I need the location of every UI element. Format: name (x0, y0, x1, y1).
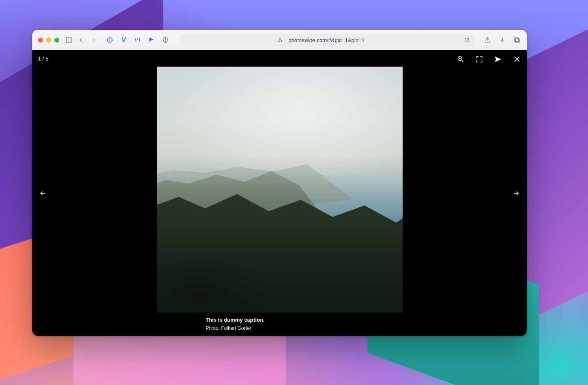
photo-viewer: 1 / 5 (32, 50, 527, 336)
tabs-overview-icon[interactable] (513, 36, 521, 44)
window-zoom-button[interactable] (54, 38, 59, 43)
svg-point-4 (137, 39, 138, 40)
svg-rect-5 (278, 40, 281, 42)
share-icon[interactable] (483, 36, 492, 44)
extension-v-icon[interactable]: V (120, 36, 128, 44)
image-counter: 1 / 5 (38, 56, 49, 62)
viewer-toolbar (455, 54, 523, 65)
lock-icon (278, 38, 283, 43)
new-tab-icon[interactable] (498, 36, 506, 44)
photo-image (157, 67, 403, 313)
extension-play-flag-icon[interactable] (147, 36, 156, 44)
nav-back-icon[interactable] (77, 36, 85, 44)
fullscreen-button[interactable] (474, 54, 485, 65)
zoom-button[interactable] (455, 54, 466, 65)
nav-forward-icon[interactable] (89, 36, 98, 44)
reload-icon[interactable] (464, 37, 470, 43)
caption-title: This is dummy caption. (206, 317, 403, 323)
svg-rect-9 (515, 38, 519, 43)
svg-rect-0 (66, 38, 72, 43)
close-button[interactable] (511, 54, 523, 65)
share-button[interactable] (492, 54, 504, 65)
sidebar-toggle-icon[interactable] (65, 36, 73, 44)
extension-1password-icon[interactable] (106, 36, 114, 44)
extension-braces-icon[interactable] (134, 36, 142, 44)
svg-line-12 (462, 60, 463, 62)
browser-toolbar: V photoswipe.com/#&gid=1&pid=1 (32, 30, 527, 51)
svg-rect-3 (109, 39, 110, 42)
address-bar-text: photoswipe.com/#&gid=1&pid=1 (288, 37, 364, 43)
svg-rect-10 (514, 38, 519, 42)
photo-caption: This is dummy caption. Photo: Folkert Go… (157, 317, 403, 331)
next-image-button[interactable] (508, 185, 524, 201)
caption-credit: Photo: Folkert Gorter (206, 325, 403, 331)
window-controls (38, 38, 59, 43)
browser-window: V photoswipe.com/#&gid=1&pid=1 (32, 30, 527, 336)
privacy-shield-icon[interactable] (161, 36, 169, 44)
window-minimize-button[interactable] (46, 38, 51, 43)
photo-container[interactable] (157, 67, 403, 313)
window-close-button[interactable] (38, 38, 43, 43)
address-bar[interactable]: photoswipe.com/#&gid=1&pid=1 (179, 34, 474, 46)
prev-image-button[interactable] (35, 185, 51, 201)
